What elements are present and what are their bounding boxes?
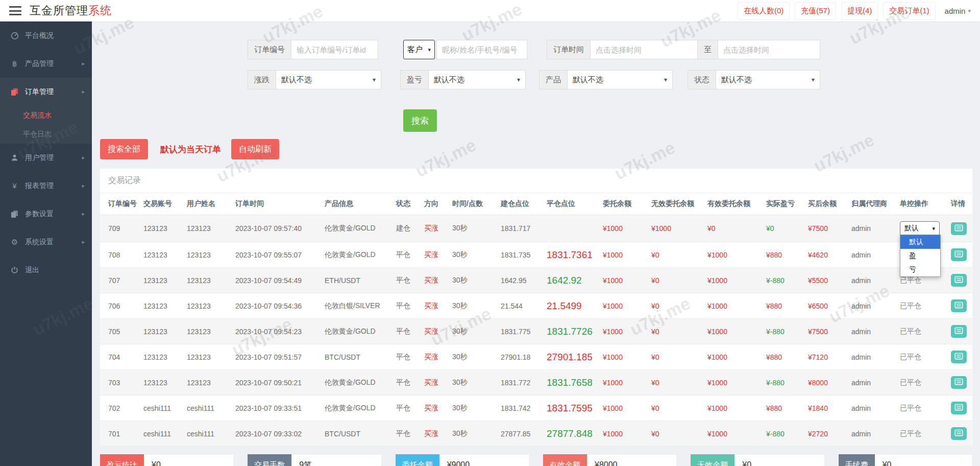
detail-button[interactable] [951, 376, 967, 389]
profitloss-select[interactable]: 默认不选 ▾ [429, 70, 526, 89]
customer-input[interactable] [436, 40, 527, 59]
chevron-down-icon: ▾ [968, 8, 971, 14]
cell-actual-pl: ¥880 [764, 344, 805, 370]
cell-user-name: 123123 [184, 319, 233, 344]
detail-button[interactable] [951, 351, 967, 363]
cell-after-balance: ¥8000 [805, 370, 849, 395]
chevron-down-icon: ▾ [812, 76, 815, 83]
search-all-button[interactable]: 搜索全部 [100, 139, 148, 159]
order-control-select[interactable]: 默认 ▾ [900, 221, 940, 236]
sidebar-item-parameters[interactable]: 参数设置 ▸ [0, 200, 92, 228]
auto-refresh-button[interactable]: 自动刷新 [231, 139, 279, 159]
cell-actual-pl: ¥880 [764, 395, 805, 421]
header-stat-badge[interactable]: 交易订单(1) [883, 2, 935, 20]
cell-order-control: ▾ 已平仓 默认 盈 亏 [897, 319, 948, 344]
dropdown-option-default[interactable]: 默认 [900, 235, 940, 249]
detail-button[interactable] [951, 427, 967, 440]
detail-button[interactable] [951, 299, 967, 312]
sidebar-subitem-close-log[interactable]: 平仓日志 [0, 125, 92, 144]
summary-group: 有效金额 ¥8000 [543, 454, 677, 466]
cell-product: 伦敦黄金/GOLD [322, 370, 394, 395]
cell-after-balance: ¥5500 [805, 268, 849, 293]
cell-detail [948, 293, 973, 319]
time-to-input[interactable] [718, 40, 820, 59]
cell-order-control: ▾ 已平仓 默认 盈 亏 [897, 370, 948, 395]
cell-order-time: 2023-10-07 09:54:36 [233, 293, 322, 319]
summary-value: 9笔 [291, 454, 381, 466]
header-stat-badge[interactable]: 充值(57) [795, 2, 836, 20]
cell-account: 123123 [141, 319, 184, 344]
cell-close-price: 1642.92 [544, 268, 600, 293]
dropdown-option-lose[interactable]: 亏 [900, 263, 940, 276]
sidebar-item-orders[interactable]: 订单管理 ▸ [0, 78, 92, 106]
time-from-input[interactable] [591, 40, 698, 59]
cell-product: 伦敦黄金/GOLD [322, 215, 394, 242]
sidebar-item-reports[interactable]: ¥ 报表管理 ▸ [0, 172, 92, 200]
header-stat-badge[interactable]: 提现(4) [841, 2, 878, 20]
detail-button[interactable] [951, 402, 967, 414]
detail-icon [954, 404, 963, 412]
cell-product: ETH/USDT [322, 268, 394, 293]
cell-product: 伦敦黄金/GOLD [322, 395, 394, 421]
sidebar-item-logout[interactable]: 退出 [0, 256, 92, 284]
admin-user-menu[interactable]: admin ▾ [945, 7, 971, 15]
sidebar-subitem-label: 交易流水 [23, 111, 52, 120]
trade-records-card: 交易记录 订单编号交易账号用户姓名订单时间产品信息状态方向时间/点数建仓点位平仓… [100, 169, 972, 447]
yen-icon: ¥ [10, 181, 19, 190]
cell-order-control: ▾ 已平仓 默认 盈 亏 [897, 421, 948, 447]
cell-invalid-entrust: ¥0 [649, 293, 705, 319]
sidebar-item-users[interactable]: 用户管理 ▸ [0, 144, 92, 172]
summary-value: ¥0 [144, 454, 234, 466]
cell-order-id: 703 [100, 370, 141, 395]
cell-close-price: 21.5499 [544, 293, 600, 319]
menu-toggle-icon[interactable] [9, 6, 21, 15]
column-header: 订单时间 [233, 193, 322, 215]
logout-icon [10, 266, 19, 274]
detail-button[interactable] [951, 222, 967, 235]
cell-open-price: 1642.95 [498, 268, 544, 293]
cell-valid-entrust: ¥0 [705, 215, 764, 242]
table-row: 704 123123 123123 2023-10-07 09:51:57 BT… [100, 344, 973, 370]
customer-type-select[interactable]: 客户 ▾ [403, 40, 435, 59]
chevron-right-icon: ▸ [82, 211, 85, 217]
cell-user-name: ceshi111 [184, 395, 233, 421]
dashboard-icon [10, 32, 19, 40]
cell-account: ceshi111 [141, 421, 184, 447]
status-select[interactable]: 默认不选 ▾ [716, 70, 820, 89]
cell-order-id: 708 [100, 242, 141, 268]
sidebar-item-system[interactable]: ⚙ 系统设置 ▸ [0, 228, 92, 256]
column-header: 有效委托余额 [705, 193, 764, 215]
card-title: 交易记录 [100, 169, 972, 193]
cell-status: 平仓 [394, 242, 422, 268]
detail-button[interactable] [951, 274, 967, 287]
detail-button[interactable] [951, 325, 967, 338]
product-select[interactable]: 默认不选 ▾ [568, 70, 673, 89]
sidebar-item-products[interactable]: ฿ 产品管理 ▸ [0, 50, 92, 78]
table-row: 707 123123 123123 2023-10-07 09:54:49 ET… [100, 268, 973, 293]
header-stat-badge[interactable]: 在线人数(0) [738, 2, 790, 20]
cell-actual-pl: ¥-880 [764, 421, 805, 447]
cell-order-time: 2023-10-07 09:51:57 [233, 344, 322, 370]
summary-bar: 盈亏统计 ¥0 交易手数 9笔 委托金额 ¥9000 有效金额 ¥8000 无效… [100, 454, 972, 466]
detail-icon [954, 224, 963, 233]
sidebar-subitem-trade-flow[interactable]: 交易流水 [0, 106, 92, 125]
detail-button[interactable] [951, 248, 967, 261]
chevron-down-icon: ▾ [517, 76, 520, 83]
detail-icon [954, 353, 963, 361]
cell-actual-pl: ¥880 [764, 242, 805, 268]
cell-detail [948, 395, 973, 421]
cell-status: 平仓 [394, 319, 422, 344]
cell-open-price: 27901.18 [498, 344, 544, 370]
search-button[interactable]: 搜索 [403, 109, 437, 132]
updown-select[interactable]: 默认不选 ▾ [276, 70, 381, 89]
order-number-input[interactable] [291, 40, 378, 59]
top-bar: 互金所管理系统 在线人数(0) 充值(57) 提现(4) 交易订单(1) adm… [0, 0, 980, 21]
product-value: 默认不选 [573, 75, 603, 85]
cell-entrust-balance: ¥1000 [600, 344, 649, 370]
cell-user-name: 123123 [184, 268, 233, 293]
cell-status: 平仓 [394, 293, 422, 319]
dropdown-option-win[interactable]: 盈 [900, 249, 940, 263]
cell-order-id: 705 [100, 319, 141, 344]
sidebar-item-dashboard[interactable]: 平台概况 [0, 21, 92, 50]
cell-direction: 买涨 [422, 293, 450, 319]
